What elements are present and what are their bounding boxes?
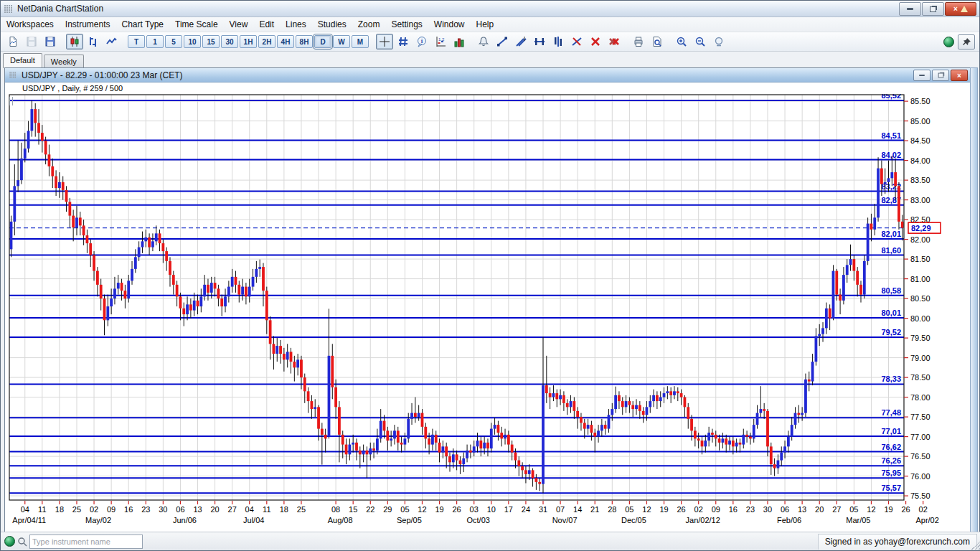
menu-zoom[interactable]: Zoom: [352, 18, 386, 31]
new-chart-button[interactable]: [4, 34, 22, 50]
tab-default[interactable]: Default: [3, 53, 42, 68]
svg-text:77.00: 77.00: [910, 433, 930, 441]
trend-line-button[interactable]: [494, 34, 511, 50]
horizontal-line-button[interactable]: [531, 34, 548, 50]
zoom-out-button[interactable]: [692, 34, 709, 50]
svg-text:23: 23: [141, 505, 150, 514]
info-balloon-icon: i: [416, 36, 428, 47]
timeframe-button-T[interactable]: T: [128, 35, 145, 48]
svg-text:79,52: 79,52: [881, 328, 901, 336]
svg-text:82,01: 82,01: [881, 230, 901, 238]
svg-text:Apr/02: Apr/02: [915, 516, 938, 524]
vertical-line-button[interactable]: [550, 34, 567, 50]
print-preview-button[interactable]: [649, 34, 666, 50]
search-status-icon: [4, 536, 15, 547]
timeframe-button-2H[interactable]: 2H: [258, 35, 275, 48]
chart-restore-button[interactable]: [932, 70, 949, 81]
svg-text:80.50: 80.50: [910, 294, 930, 303]
zoom-in-icon: [676, 36, 687, 47]
menu-instruments[interactable]: Instruments: [60, 18, 116, 31]
svg-text:02: 02: [919, 505, 928, 514]
side-panel-strip[interactable]: [970, 67, 978, 532]
zoom-in-button[interactable]: [673, 34, 690, 50]
menu-window[interactable]: Window: [428, 18, 471, 31]
chart-minimize-icon: [919, 75, 925, 76]
svg-text:27: 27: [228, 505, 237, 514]
timeframe-button-D[interactable]: D: [314, 35, 331, 48]
svg-text:85.50: 85.50: [910, 97, 930, 105]
close-button[interactable]: ×: [945, 2, 976, 16]
crosshair-button[interactable]: [376, 34, 393, 50]
delete-all-button[interactable]: [606, 34, 623, 50]
menu-studies[interactable]: Studies: [312, 18, 352, 31]
delete-button[interactable]: [587, 34, 604, 50]
price-axis[interactable]: 85.5085.0084.5084.0083.5083.0082.5082.00…: [904, 97, 941, 500]
price-chart[interactable]: 85,5284,5184,0283,2282,8782,0181,6080,58…: [5, 94, 970, 530]
timeframe-button-8H[interactable]: 8H: [296, 35, 313, 48]
print-button[interactable]: [630, 34, 647, 50]
svg-text:05: 05: [400, 505, 409, 514]
timeframe-button-W[interactable]: W: [333, 35, 350, 48]
menu-chart-type[interactable]: Chart Type: [116, 18, 169, 31]
svg-text:May/02: May/02: [85, 516, 111, 524]
price-markers-button[interactable]: 1.2: [432, 34, 449, 50]
svg-text:Sep/05: Sep/05: [397, 516, 422, 524]
svg-text:85.00: 85.00: [910, 117, 930, 126]
candlestick-chart-button[interactable]: [66, 34, 83, 50]
menu-workspaces[interactable]: Workspaces: [1, 18, 60, 31]
remove-line-button[interactable]: [568, 34, 585, 50]
chart-window-title-bar[interactable]: USD/JPY - 82.29 - 01:00:00 23 Mar (CET) …: [5, 68, 970, 83]
zoom-reset-button[interactable]: [710, 34, 727, 50]
svg-text:78,33: 78,33: [881, 375, 901, 383]
chart-minimize-button[interactable]: [913, 70, 930, 81]
alerts-bell-button[interactable]: [475, 34, 492, 50]
svg-text:Aug/08: Aug/08: [328, 516, 353, 524]
svg-text:76,26: 76,26: [881, 456, 901, 465]
save-button[interactable]: [23, 34, 40, 50]
menu-view[interactable]: View: [224, 18, 254, 31]
menu-time-scale[interactable]: Time Scale: [169, 18, 224, 31]
timeframe-button-M[interactable]: M: [352, 35, 369, 48]
menu-settings[interactable]: Settings: [385, 18, 428, 31]
remove-line-icon: [571, 36, 583, 47]
svg-text:26: 26: [677, 505, 685, 514]
svg-text:09: 09: [712, 505, 720, 514]
print-preview-icon: [651, 36, 663, 47]
grid-icon: [397, 36, 409, 47]
pin-button[interactable]: [958, 34, 975, 50]
save-as-button[interactable]: [42, 34, 59, 50]
svg-text:18: 18: [55, 505, 64, 514]
timeframe-button-10[interactable]: 10: [184, 35, 201, 48]
restore-button[interactable]: [922, 2, 944, 16]
trend-channel-button[interactable]: [512, 34, 529, 50]
tab-weekly[interactable]: Weekly: [44, 55, 84, 68]
svg-text:20: 20: [210, 505, 219, 514]
menu-bar: WorkspacesInstrumentsChart TypeTime Scal…: [1, 17, 979, 32]
timeframe-button-1[interactable]: 1: [146, 35, 164, 48]
svg-text:09: 09: [107, 505, 116, 514]
timeframe-button-15[interactable]: 15: [202, 35, 220, 48]
timeframe-button-30[interactable]: 30: [221, 35, 238, 48]
save-icon: [26, 36, 37, 47]
svg-text:30: 30: [159, 505, 167, 514]
minimize-button[interactable]: [899, 2, 921, 16]
menu-edit[interactable]: Edit: [253, 18, 280, 31]
menu-lines[interactable]: Lines: [280, 18, 312, 31]
resize-grip[interactable]: [971, 541, 980, 550]
svg-text:26: 26: [453, 505, 461, 514]
chart-close-button[interactable]: ×: [951, 70, 968, 81]
svg-text:77,48: 77,48: [881, 408, 901, 417]
menu-help[interactable]: Help: [471, 18, 500, 31]
line-chart-button[interactable]: [103, 34, 121, 50]
time-axis[interactable]: 0411182502091623300613202704111825081522…: [12, 501, 939, 524]
timeframe-button-4H[interactable]: 4H: [277, 35, 294, 48]
grid-button[interactable]: [395, 34, 412, 50]
instrument-search-input[interactable]: [29, 534, 143, 549]
status-bar: Signed in as yohay@forexcrunch.com: [1, 532, 980, 550]
svg-text:13: 13: [798, 505, 806, 514]
ohlc-bars-button[interactable]: [85, 34, 102, 50]
timeframe-button-5[interactable]: 5: [165, 35, 182, 48]
volume-button[interactable]: [451, 34, 468, 50]
timeframe-button-1H[interactable]: 1H: [240, 35, 257, 48]
info-balloon-button[interactable]: i: [413, 34, 430, 50]
